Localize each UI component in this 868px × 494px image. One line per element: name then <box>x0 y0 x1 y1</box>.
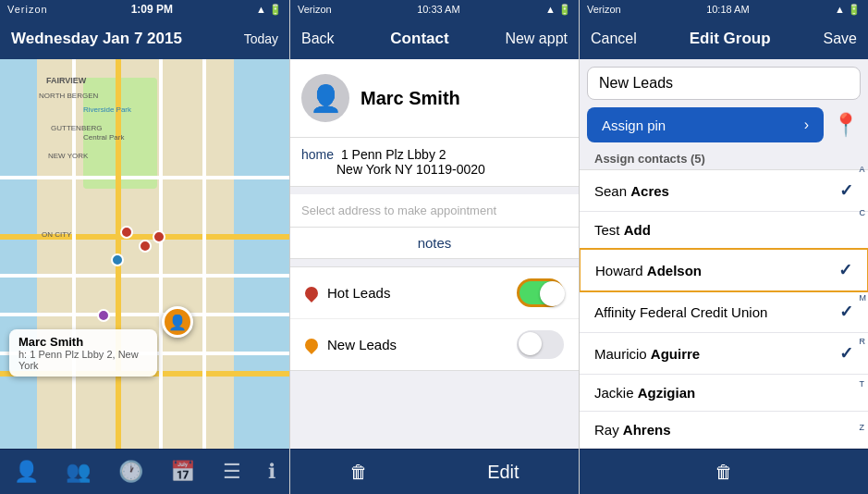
map-pin-red2 <box>139 240 152 253</box>
contact-address: home 1 Penn Plz Lbby 2 New York NY 10119… <box>290 138 579 187</box>
contact-bottom-bar: 🗑 Edit <box>290 449 579 494</box>
map-callout[interactable]: Marc Smith h: 1 Penn Plz Lbby 2, New Yor… <box>9 329 157 377</box>
north-bergen-label: NORTH BERGEN <box>39 92 98 100</box>
contact-name-howard-adelson: Howard Adelson <box>595 263 702 278</box>
contacts-list: Sean Acres ✓ Test Add Howard Adelson ✓ A… <box>580 169 868 449</box>
edit-button[interactable]: Edit <box>487 462 519 483</box>
contact-row-sean-acres[interactable]: Sean Acres ✓ <box>580 170 868 212</box>
time-contact: 10:33 AM <box>417 4 459 15</box>
leads-section: Hot Leads New Leads <box>290 266 579 371</box>
map-pin-blue <box>111 253 124 266</box>
contact-header: 👤 Marc Smith <box>290 59 579 138</box>
assign-pin-label: Assign pin <box>602 117 666 133</box>
contact-row-jackie[interactable]: Jackie Agzigian <box>580 375 868 412</box>
panel-edit-group: Verizon 10:18 AM ▲ 🔋 Cancel Edit Group S… <box>579 0 868 494</box>
new-leads-left: New Leads <box>305 337 397 352</box>
nav-bar-contact: Back Contact New appt <box>290 19 579 59</box>
map-pin-red3 <box>153 230 165 243</box>
map-area: 👤 Marc Smith h: 1 Penn Plz Lbby 2, New Y… <box>0 59 289 449</box>
contact-name-ray: Ray Ahrens <box>594 422 671 438</box>
appt-placeholder[interactable]: Select address to make appointment <box>290 194 579 228</box>
hudson-river <box>0 59 37 449</box>
road-v4 <box>202 59 206 449</box>
new-appt-button[interactable]: New appt <box>505 31 568 47</box>
tab-list[interactable]: ☰ <box>223 460 241 484</box>
road-h3 <box>0 274 289 278</box>
time-map: 1:09 PM <box>131 3 173 16</box>
status-icons-group: ▲ 🔋 <box>835 4 861 16</box>
group-delete-icon[interactable]: 🗑 <box>715 462 733 483</box>
user-location-pin: 👤 <box>162 306 193 338</box>
nav-bar-group: Cancel Edit Group Save <box>580 19 868 59</box>
assign-pin-button[interactable]: Assign pin › <box>587 107 824 142</box>
avatar: 👤 <box>301 74 349 122</box>
status-icons-map: ▲ 🔋 <box>256 4 282 16</box>
contact-name: Marc Smith <box>361 88 460 109</box>
pin-emoji: 📍 <box>831 110 861 140</box>
today-button[interactable]: Today <box>244 31 278 46</box>
contact-name-mauricio: Mauricio Aguirre <box>594 346 700 362</box>
address-line1: 1 Penn Plz Lbby 2 <box>341 147 446 162</box>
checkmark-sean-acres: ✓ <box>839 180 853 201</box>
hot-leads-left: Hot Leads <box>305 285 390 301</box>
contact-name-affinity: Affinity Federal Credit Union <box>594 304 767 320</box>
new-leads-label: New Leads <box>327 337 397 352</box>
hot-leads-toggle[interactable] <box>517 278 564 307</box>
contact-row-affinity[interactable]: Affinity Federal Credit Union ✓ <box>580 291 868 333</box>
tab-contacts[interactable]: 👤 <box>14 460 39 484</box>
contact-name-sean-acres: Sean Acres <box>594 183 669 199</box>
contact-row-ray[interactable]: Ray Ahrens <box>580 412 868 449</box>
tab-bar-map: 👤 👥 🕐 📅 ☰ ℹ <box>0 449 289 494</box>
road-v3 <box>159 59 163 449</box>
new-leads-toggle[interactable] <box>517 330 564 359</box>
carrier-group: Verizon <box>587 4 621 15</box>
central-park-label: Central Park <box>83 133 124 142</box>
hot-leads-row: Hot Leads <box>290 267 579 319</box>
nav-bar-map: Wednesday Jan 7 2015 Today <box>0 19 289 59</box>
address-line2: New York NY 10119-0020 <box>336 162 485 177</box>
checkmark-affinity: ✓ <box>839 302 853 322</box>
back-button[interactable]: Back <box>301 31 335 47</box>
panel-map: Verizon 1:09 PM ▲ 🔋 Wednesday Jan 7 2015… <box>0 0 289 494</box>
road-h4 <box>0 313 289 316</box>
map-background: 👤 Marc Smith h: 1 Penn Plz Lbby 2, New Y… <box>0 59 289 449</box>
group-bottom-bar: 🗑 <box>580 449 868 494</box>
hot-leads-label: Hot Leads <box>327 285 390 301</box>
assign-pin-row: Assign pin › 📍 <box>587 107 861 142</box>
delete-icon[interactable]: 🗑 <box>349 462 368 483</box>
tab-calendar[interactable]: 📅 <box>170 460 195 484</box>
panel-contact: Verizon 10:33 AM ▲ 🔋 Back Contact New ap… <box>289 0 579 494</box>
group-body: Assign pin › 📍 Assign contacts (5) Sean … <box>580 59 868 449</box>
save-button[interactable]: Save <box>824 31 857 47</box>
edit-group-title: Edit Group <box>690 30 771 48</box>
tab-groups[interactable]: 👥 <box>66 460 91 484</box>
callout-address: h: 1 Penn Plz Lbby 2, New York <box>18 349 148 371</box>
cancel-button[interactable]: Cancel <box>591 31 637 47</box>
date-title: Wednesday Jan 7 2015 <box>11 30 182 48</box>
notes-link[interactable]: notes <box>290 228 579 259</box>
hot-leads-knob <box>540 281 565 306</box>
guttenberg-label: GUTTENBERG <box>51 124 103 132</box>
fairview-label: FAIRVIEW <box>46 76 86 85</box>
map-pin-purple <box>97 309 110 322</box>
status-bar-map: Verizon 1:09 PM ▲ 🔋 <box>0 0 289 19</box>
group-name-input[interactable] <box>587 67 861 100</box>
contact-row-mauricio[interactable]: Mauricio Aguirre ✓ <box>580 333 868 375</box>
contact-row-howard-adelson[interactable]: Howard Adelson ✓ <box>580 248 868 292</box>
carrier-contact: Verizon <box>298 4 332 15</box>
road-h1 <box>0 176 289 179</box>
contact-name-jackie: Jackie Agzigian <box>594 385 695 401</box>
tab-clock[interactable]: 🕐 <box>118 460 143 484</box>
hot-leads-pin <box>302 284 321 303</box>
nj-city-label: ON CITY <box>42 230 71 239</box>
new-leads-knob <box>519 332 542 355</box>
checkmark-howard-adelson: ✓ <box>838 260 852 280</box>
east-river <box>234 59 289 449</box>
time-group: 10:18 AM <box>706 4 749 15</box>
riverside-label: Riverside Park <box>83 105 131 114</box>
road-v1 <box>72 59 76 449</box>
tab-info[interactable]: ℹ <box>268 460 275 484</box>
contact-title: Contact <box>390 30 448 48</box>
contact-row-test-add[interactable]: Test Add <box>580 212 868 249</box>
chevron-right-icon: › <box>804 117 809 133</box>
